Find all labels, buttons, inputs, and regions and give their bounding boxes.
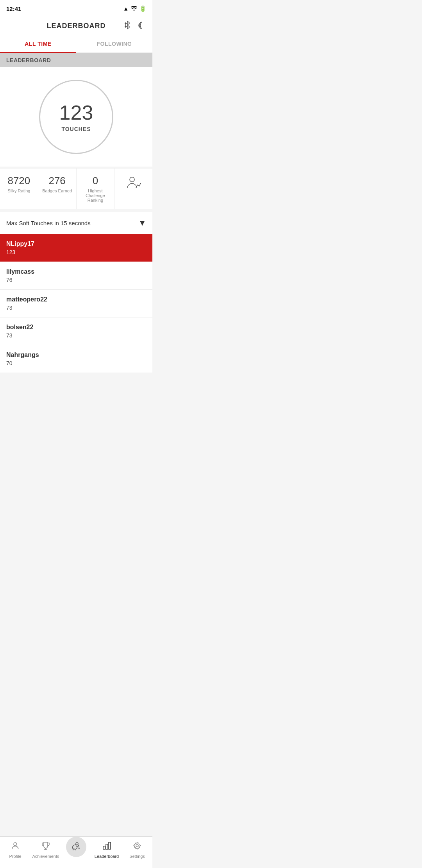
entry-score-2: 76 — [6, 277, 146, 283]
challenge-ranking-value: 0 — [80, 175, 111, 187]
leaderboard-entry-3[interactable]: matteopero22 73 — [0, 290, 152, 317]
leaderboard-entry-2[interactable]: lilymcass 76 — [0, 262, 152, 290]
stat-badges-earned[interactable]: 276 Badges Earned — [38, 169, 77, 209]
bluetooth-icon[interactable] — [123, 20, 131, 32]
dropdown-arrow-icon: ▼ — [138, 219, 146, 228]
entry-name-4: bolsen22 — [6, 324, 146, 331]
avatar-icon — [118, 176, 149, 193]
silky-rating-label: Silky Rating — [3, 188, 35, 193]
tab-following[interactable]: FOLLOWING — [76, 35, 152, 52]
stat-avatar[interactable] — [114, 169, 152, 209]
stat-silky-rating[interactable]: 8720 Silky Rating — [0, 169, 38, 209]
touches-container: 123 TOUCHES — [0, 67, 152, 167]
entry-name-1: NLippy17 — [6, 240, 146, 247]
svg-point-2 — [130, 177, 134, 182]
dropdown-label: Max Soft Touches in 15 seconds — [6, 220, 91, 226]
main-content: LEADERBOARD 123 TOUCHES 8720 Silky Ratin… — [0, 53, 152, 420]
entry-score-4: 73 — [6, 332, 146, 339]
challenge-dropdown[interactable]: Max Soft Touches in 15 seconds ▼ — [0, 212, 152, 234]
entry-score-5: 70 — [6, 360, 146, 366]
stat-challenge-ranking[interactable]: 0 Highest Challenge Ranking — [77, 169, 115, 209]
entry-name-2: lilymcass — [6, 268, 146, 275]
battery-icon: 🔋 — [139, 5, 146, 12]
wifi-icon — [131, 5, 137, 12]
entry-name-5: Nahrgangs — [6, 352, 146, 359]
tab-bar: ALL TIME FOLLOWING — [0, 35, 152, 53]
touches-circle: 123 TOUCHES — [39, 80, 113, 154]
header-title: LEADERBOARD — [46, 22, 106, 30]
status-bar: 12:41 ▲ 🔋 — [0, 0, 152, 17]
leaderboard-entry-1[interactable]: NLippy17 123 — [0, 234, 152, 262]
badges-earned-label: Badges Earned — [41, 188, 73, 193]
leaderboard-list: NLippy17 123 lilymcass 76 matteopero22 7… — [0, 234, 152, 373]
stats-row: 8720 Silky Rating 276 Badges Earned 0 Hi… — [0, 168, 152, 209]
signal-icon: ▲ — [123, 5, 129, 12]
touches-number: 123 — [59, 102, 93, 124]
entry-score-1: 123 — [6, 249, 146, 255]
silky-rating-value: 8720 — [3, 175, 35, 187]
status-icons: ▲ 🔋 — [123, 5, 146, 12]
badges-earned-value: 276 — [41, 175, 73, 187]
leaderboard-entry-4[interactable]: bolsen22 73 — [0, 317, 152, 345]
touches-label: TOUCHES — [61, 126, 91, 132]
status-time: 12:41 — [6, 5, 21, 12]
leaderboard-entry-5[interactable]: Nahrgangs 70 — [0, 345, 152, 373]
header-action-icons — [123, 20, 146, 32]
entry-score-3: 73 — [6, 305, 146, 311]
challenge-ranking-label: Highest Challenge Ranking — [80, 188, 111, 203]
svg-point-0 — [125, 23, 126, 24]
app-header: LEADERBOARD — [0, 17, 152, 35]
steps-icon[interactable] — [138, 21, 146, 31]
entry-name-3: matteopero22 — [6, 296, 146, 303]
tab-all-time[interactable]: ALL TIME — [0, 35, 76, 52]
leaderboard-section-label: LEADERBOARD — [0, 53, 152, 67]
svg-point-1 — [125, 26, 126, 27]
